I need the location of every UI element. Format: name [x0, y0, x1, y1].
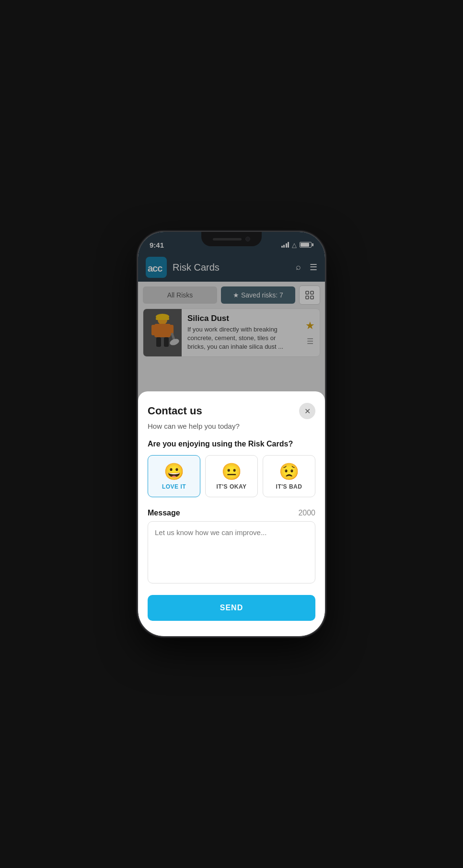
feedback-its-okay[interactable]: 😐 IT'S OKAY — [205, 455, 258, 497]
modal-question: Are you enjoying using the Risk Cards? — [148, 440, 315, 448]
send-button[interactable]: SEND — [148, 595, 315, 621]
modal-overlay: Contact us ✕ How can we help you today? … — [138, 232, 325, 636]
phone-screen: 9:41 △ acc Risk Cards — [138, 232, 325, 636]
feedback-love-it[interactable]: 😀 LOVE IT — [148, 455, 200, 497]
modal-header: Contact us ✕ — [148, 403, 315, 419]
its-okay-label: IT'S OKAY — [217, 483, 247, 490]
message-textarea[interactable] — [148, 521, 315, 583]
its-okay-emoji: 😐 — [221, 463, 242, 480]
contact-modal: Contact us ✕ How can we help you today? … — [138, 391, 325, 636]
message-header: Message 2000 — [148, 509, 315, 517]
its-bad-emoji: 😟 — [279, 463, 299, 480]
love-it-label: LOVE IT — [162, 483, 186, 490]
message-count: 2000 — [298, 509, 315, 517]
love-it-emoji: 😀 — [164, 463, 184, 480]
feedback-its-bad[interactable]: 😟 IT'S BAD — [263, 455, 315, 497]
phone-frame: 9:41 △ acc Risk Cards — [138, 232, 325, 636]
message-label: Message — [148, 509, 180, 517]
modal-title: Contact us — [148, 405, 202, 417]
modal-subtitle: How can we help you today? — [148, 422, 315, 430]
close-button[interactable]: ✕ — [299, 403, 315, 419]
its-bad-label: IT'S BAD — [276, 483, 302, 490]
feedback-row: 😀 LOVE IT 😐 IT'S OKAY 😟 IT'S BAD — [148, 455, 315, 497]
